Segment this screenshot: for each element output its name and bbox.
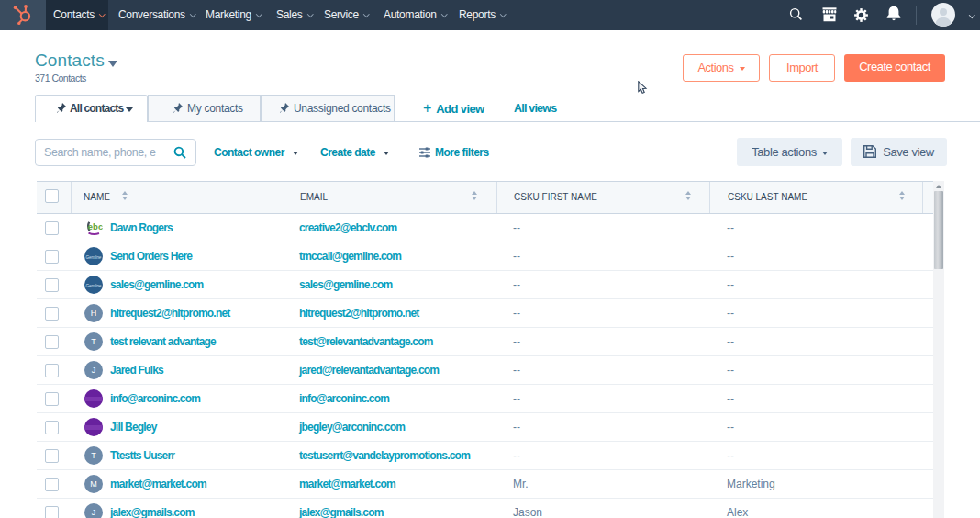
svg-text:Gemline: Gemline [86,284,102,288]
svg-text:ebc: ebc [88,221,103,231]
svg-text:Gemline: Gemline [86,255,102,260]
